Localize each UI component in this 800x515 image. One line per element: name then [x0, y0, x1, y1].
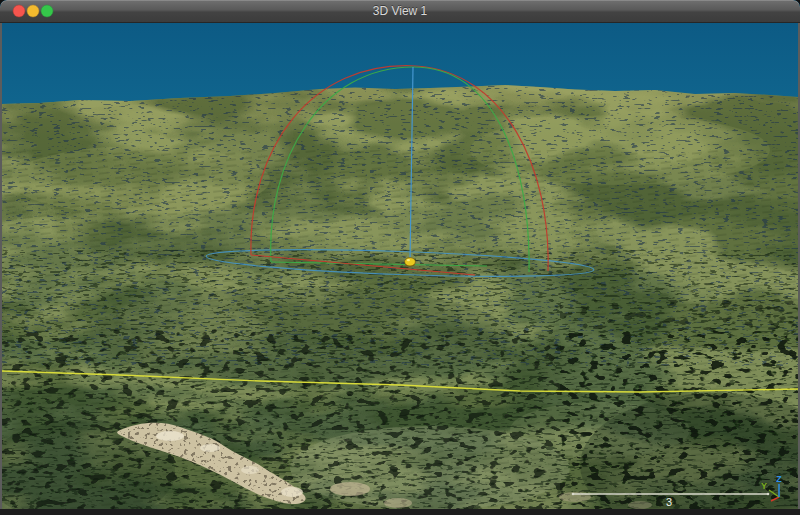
- terrain-texture: [0, 85, 800, 515]
- close-button[interactable]: [13, 5, 25, 17]
- y-axis-label: Y: [761, 481, 767, 491]
- zoom-button[interactable]: [41, 5, 53, 17]
- window-border-left: [0, 22, 2, 515]
- window-border-bottom: [0, 509, 800, 515]
- window-controls: [6, 0, 60, 22]
- z-axis-label: Z: [776, 474, 782, 484]
- scene-canvas[interactable]: 3 Z Y: [0, 22, 800, 515]
- title-bar[interactable]: 3D View 1: [0, 0, 800, 23]
- viewport-3d[interactable]: 3 Z Y: [0, 22, 800, 515]
- minimize-button[interactable]: [27, 5, 39, 17]
- sensor-marker[interactable]: [405, 258, 416, 267]
- scale-bar-label: 3: [666, 496, 672, 508]
- window-title: 3D View 1: [373, 4, 427, 18]
- app-window: 3D View 1: [0, 0, 800, 515]
